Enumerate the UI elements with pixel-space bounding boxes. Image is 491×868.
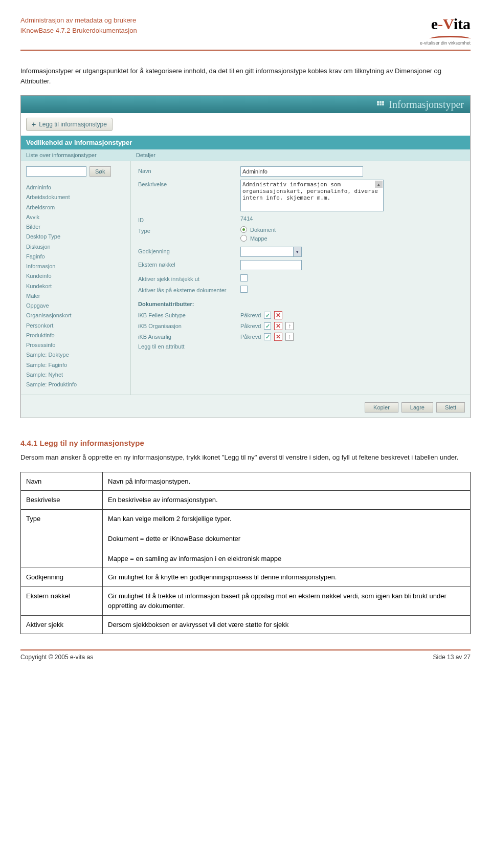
cell-beskrivelse-desc: En beskrivelse av informasjonstypen. bbox=[103, 491, 471, 510]
radio-mappe[interactable] bbox=[240, 235, 247, 242]
tab-list[interactable]: Liste over informasjonstyper bbox=[21, 149, 131, 161]
list-item[interactable]: Prosessinfo bbox=[26, 340, 125, 350]
list-item[interactable]: Sample: Produktinfo bbox=[26, 380, 125, 389]
doc-title-line2: iKnowBase 4.7.2 Brukerdokumentasjon bbox=[20, 26, 137, 36]
list-item[interactable]: Kundeinfo bbox=[26, 271, 125, 281]
req-label: Påkrevd bbox=[240, 323, 261, 329]
delete-icon[interactable]: ✕ bbox=[274, 333, 282, 341]
table-row: Godkjenning Gir mulighet for å knytte en… bbox=[21, 568, 471, 587]
footer-copyright: Copyright © 2005 e-vita as bbox=[20, 654, 93, 661]
godkjenning-label: Godkjenning bbox=[138, 247, 240, 254]
navn-input[interactable] bbox=[240, 166, 363, 177]
svg-rect-4 bbox=[380, 103, 382, 105]
ekstern-input[interactable] bbox=[240, 260, 302, 270]
svg-rect-3 bbox=[377, 103, 379, 105]
radio-dokument-label: Dokument bbox=[250, 227, 276, 233]
list-item[interactable]: Organisasjonskort bbox=[26, 311, 125, 320]
description-table: Navn Navn på informasjonstypen. Beskrive… bbox=[20, 472, 471, 635]
add-infotype-label: Legg til informasjonstype bbox=[39, 121, 107, 128]
godkjenning-select[interactable]: ▾ bbox=[240, 247, 302, 257]
cell-ekstern-desc: Gir mulighet til å trekke ut informasjon… bbox=[103, 587, 471, 615]
aktiver-sjekk-label: Aktiver sjekk inn/sjekk ut bbox=[138, 274, 240, 282]
search-input[interactable] bbox=[26, 166, 86, 177]
grid-icon bbox=[376, 100, 385, 108]
scroll-up-icon[interactable]: ▴ bbox=[375, 181, 383, 188]
plus-icon: + bbox=[32, 120, 36, 128]
list-item[interactable]: Sample: Nyhet bbox=[26, 370, 125, 380]
cell-ekstern-label: Ekstern nøkkel bbox=[21, 587, 103, 615]
navn-label: Navn bbox=[138, 166, 240, 174]
intro-paragraph: Informasjonstyper er utgangspunktet for … bbox=[20, 66, 471, 86]
id-label: ID bbox=[138, 215, 240, 223]
list-item[interactable]: Sample: Faginfo bbox=[26, 360, 125, 370]
req-checkbox-1[interactable] bbox=[264, 312, 271, 319]
table-row: Ekstern nøkkel Gir mulighet til å trekke… bbox=[21, 587, 471, 615]
radio-dokument[interactable] bbox=[240, 226, 247, 233]
app-screenshot: Informasjonstyper + Legg til informasjon… bbox=[20, 95, 471, 418]
add-infotype-button[interactable]: + Legg til informasjonstype bbox=[26, 118, 113, 131]
delete-icon[interactable]: ✕ bbox=[274, 322, 282, 330]
cell-aktiver-desc: Dersom sjekkboksen er avkrysset vil det … bbox=[103, 615, 471, 634]
section-paragraph: Dersom man ønsker å opprette en ny infor… bbox=[20, 452, 471, 463]
req-checkbox-2[interactable] bbox=[264, 322, 271, 330]
req-label: Påkrevd bbox=[240, 334, 261, 340]
footer-page: Side 13 av 27 bbox=[433, 654, 471, 661]
list-item[interactable]: Sample: Doktype bbox=[26, 350, 125, 360]
doc-title-line1: Administrasjon av metadata og brukere bbox=[20, 15, 137, 26]
list-item[interactable]: Arbeidsdokument bbox=[26, 192, 125, 202]
table-row: Type Man kan velge mellom 2 forskjellige… bbox=[21, 509, 471, 568]
cell-type-label: Type bbox=[21, 509, 103, 568]
radio-mappe-label: Mappe bbox=[250, 235, 267, 242]
cell-godkjenning-desc: Gir mulighet for å knytte en godkjenning… bbox=[103, 568, 471, 587]
logo: e-Vita e-vitaliser din virksomhet bbox=[420, 15, 471, 46]
list-item[interactable]: Admininfo bbox=[26, 183, 125, 192]
list-item[interactable]: Desktop Type bbox=[26, 232, 125, 242]
list-item[interactable]: Arbeidsrom bbox=[26, 203, 125, 212]
section-heading: 4.4.1 Legg til ny informasjonstype bbox=[20, 439, 471, 447]
table-row: Beskrivelse En beskrivelse av informasjo… bbox=[21, 491, 471, 510]
cell-beskrivelse-label: Beskrivelse bbox=[21, 491, 103, 510]
cell-navn-desc: Navn på informasjonstypen. bbox=[103, 472, 471, 491]
beskrivelse-label: Beskrivelse bbox=[138, 180, 240, 187]
attr-label-3: iKB Ansvarlig bbox=[138, 334, 240, 340]
add-attr-link[interactable]: Legg til en attributt bbox=[138, 343, 240, 350]
list-item[interactable]: Bilder bbox=[26, 222, 125, 232]
list-item[interactable]: Avvik bbox=[26, 212, 125, 222]
aktiver-las-checkbox[interactable] bbox=[240, 286, 248, 293]
cell-aktiver-label: Aktiver sjekk bbox=[21, 615, 103, 634]
list-item[interactable]: Personkort bbox=[26, 321, 125, 331]
req-checkbox-3[interactable] bbox=[264, 333, 271, 340]
id-value: 7414 bbox=[240, 215, 463, 222]
type-label: Type bbox=[138, 226, 240, 234]
move-up-icon[interactable]: ↑ bbox=[285, 322, 294, 330]
table-row: Navn Navn på informasjonstypen. bbox=[21, 472, 471, 491]
lagre-button[interactable]: Lagre bbox=[401, 402, 433, 413]
beskrivelse-textarea[interactable] bbox=[240, 180, 384, 211]
cell-godkjenning-label: Godkjenning bbox=[21, 568, 103, 587]
svg-rect-5 bbox=[382, 103, 384, 105]
list-item[interactable]: Faginfo bbox=[26, 252, 125, 262]
logo-tagline: e-vitaliser din virksomhet bbox=[420, 40, 471, 46]
aktiver-sjekk-checkbox[interactable] bbox=[240, 274, 248, 281]
attr-label-2: iKB Organisasjon bbox=[138, 323, 240, 329]
move-up-icon[interactable]: ↑ bbox=[285, 333, 294, 341]
list-item[interactable]: Maler bbox=[26, 291, 125, 301]
svg-rect-1 bbox=[380, 101, 382, 103]
attr-header: Dokumentattributter: bbox=[138, 301, 463, 307]
app-title: Informasjonstyper bbox=[389, 99, 464, 111]
list-item[interactable]: Oppgave bbox=[26, 301, 125, 311]
aktiver-las-label: Aktiver lås på eksterne dokumenter bbox=[138, 286, 240, 293]
panel-header: Vedlikehold av informasjonstyper bbox=[21, 136, 470, 149]
slett-button[interactable]: Slett bbox=[436, 402, 465, 413]
req-label: Påkrevd bbox=[240, 312, 261, 318]
list-item[interactable]: Informasjon bbox=[26, 262, 125, 271]
list-item[interactable]: Produktinfo bbox=[26, 331, 125, 340]
list-item[interactable]: Diskusjon bbox=[26, 242, 125, 252]
delete-icon[interactable]: ✕ bbox=[274, 311, 282, 319]
cell-navn-label: Navn bbox=[21, 472, 103, 491]
search-button[interactable]: Søk bbox=[90, 166, 111, 177]
kopier-button[interactable]: Kopier bbox=[365, 402, 398, 413]
infotype-list: Admininfo Arbeidsdokument Arbeidsrom Avv… bbox=[26, 183, 125, 389]
list-item[interactable]: Kundekort bbox=[26, 281, 125, 291]
tab-details[interactable]: Detaljer bbox=[131, 149, 470, 161]
